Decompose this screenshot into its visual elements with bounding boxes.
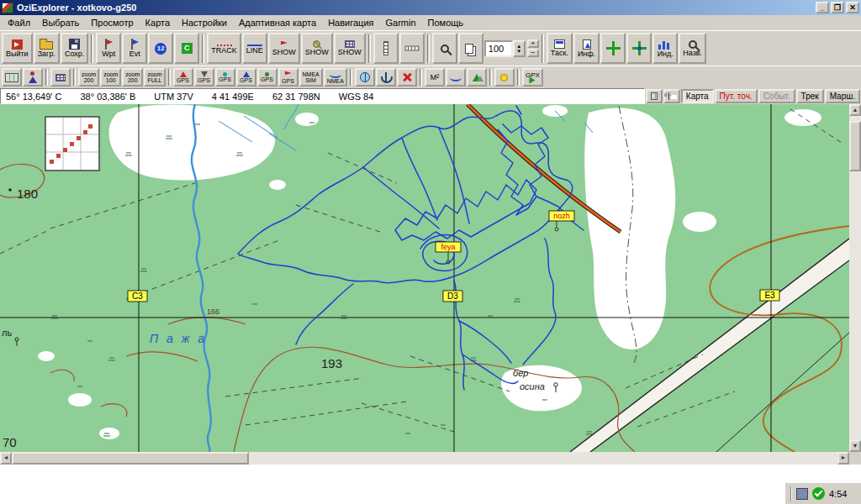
zoom-200-button[interactable]: zoom200 [78, 68, 99, 87]
overview-inset[interactable] [45, 117, 99, 171]
zoom-100-button[interactable]: zoom100 [100, 68, 121, 87]
profile-button[interactable] [446, 68, 466, 87]
position-button[interactable] [23, 68, 43, 87]
track-control-button[interactable]: TRACK [207, 33, 241, 64]
zoom-value[interactable]: 100 [484, 40, 513, 57]
horizontal-scrollbar[interactable]: ◄ ► [0, 452, 849, 465]
pan-cross-button[interactable] [600, 33, 626, 64]
horizontal-scroll-track[interactable] [249, 452, 837, 465]
map-view-button[interactable] [2, 68, 22, 87]
horizontal-scroll-thumb[interactable] [12, 452, 249, 465]
spinner-down-icon[interactable]: ▼ [516, 49, 521, 54]
antivirus-check-icon[interactable] [812, 487, 825, 500]
task-button[interactable]: Таск. [547, 33, 573, 64]
bulb-icon [500, 74, 508, 81]
save-button[interactable]: Сохр. [61, 33, 88, 64]
gps-track-button[interactable]: GPS [215, 68, 235, 87]
load-button[interactable]: Загр. [34, 33, 60, 64]
track-line-button[interactable]: LINE [242, 33, 267, 64]
menu-item-help[interactable]: Помощь [422, 16, 470, 29]
vertical-scroll-track[interactable] [849, 116, 861, 440]
globe-button[interactable] [355, 68, 375, 87]
vertical-scroll-thumb[interactable] [849, 121, 861, 171]
menu-item-adaptive-map[interactable]: Адаптивная карта [233, 16, 322, 29]
gps-route-button[interactable]: GPS [236, 68, 256, 87]
map-list-icon-button[interactable] [646, 89, 663, 103]
exit-button[interactable]: Выйти [2, 33, 33, 64]
c-icon: C [182, 43, 193, 54]
map-tab-button[interactable]: Карта [681, 89, 714, 103]
menu-item-file[interactable]: Файл [2, 16, 36, 29]
pan-arrows-icon [606, 41, 621, 55]
show-waypoints-button[interactable]: SHOW [268, 33, 300, 64]
gps-upload-button[interactable]: GPS [173, 68, 193, 87]
scroll-down-button[interactable]: ▼ [849, 440, 861, 452]
waypoint-button[interactable]: Wpt [96, 33, 121, 64]
zoom-combo[interactable]: 100 ▲ ▼ [484, 40, 526, 57]
elevation-label-180: 180 [17, 186, 38, 201]
vertical-scrollbar[interactable]: ▲ ▼ [849, 104, 861, 452]
waypoints-tab-button[interactable]: Пут. точ. [715, 89, 758, 103]
hint-button[interactable] [494, 68, 515, 87]
map-view[interactable]: C3 D3 E3 feya nozh [0, 104, 849, 452]
waypoint-numbers-button[interactable]: 12 [148, 33, 173, 64]
zoom-out-button[interactable]: − [527, 49, 539, 57]
nmea-sim-button[interactable]: NMEASIM [299, 68, 323, 87]
mountains-icon [473, 74, 481, 81]
menu-item-garmin[interactable]: Garmin [379, 16, 421, 29]
ruler-horizontal-button[interactable] [399, 33, 425, 64]
separator [541, 34, 544, 63]
scroll-right-button[interactable]: ► [837, 452, 849, 465]
zoom-200b-button[interactable]: zoom200 [122, 68, 143, 87]
scroll-up-button[interactable]: ▲ [849, 104, 861, 116]
task-icon [554, 39, 565, 49]
maximize-button[interactable]: ❐ [831, 2, 844, 13]
zoom-full-button[interactable]: zoomFULL [144, 68, 165, 87]
ruler-vertical-button[interactable] [373, 33, 399, 64]
latitude-value: 56° 13,649' С [6, 92, 61, 102]
stop-button[interactable] [397, 68, 417, 87]
tracks-tab-button[interactable]: Трек [796, 89, 824, 103]
gps-moving-map-button[interactable]: GPS [257, 68, 277, 87]
show-names-button[interactable]: SHOW [301, 33, 333, 64]
menu-item-settings[interactable]: Настройки [176, 16, 233, 29]
menu-item-map[interactable]: Карта [140, 16, 176, 29]
indicator-button[interactable]: Инд. [652, 33, 678, 64]
save-view-icon-button[interactable] [663, 89, 680, 103]
menu-item-navigation[interactable]: Навигация [322, 16, 379, 29]
wave-icon [450, 74, 462, 81]
small-flag-icon [285, 71, 292, 78]
event-flag-icon [129, 39, 140, 50]
zoom-spinner[interactable]: ▲ ▼ [513, 40, 526, 57]
anchor-button[interactable] [376, 68, 396, 87]
titlebar: OziExplorer - xotkovo-g250 _ ❐ ✕ [0, 0, 861, 15]
pan-center-button[interactable] [626, 33, 652, 64]
menu-item-view[interactable]: Просмотр [85, 16, 139, 29]
show-grid-button[interactable]: SHOW [334, 33, 366, 64]
globe-icon [360, 72, 370, 82]
magnify-button[interactable] [432, 33, 457, 64]
calculator-button[interactable] [50, 68, 71, 87]
elevation-button[interactable] [467, 68, 487, 87]
events-tab-button[interactable]: Событ. [758, 89, 795, 103]
gps-flag-button[interactable]: GPS [278, 68, 298, 87]
zoom-in-button[interactable]: + [527, 39, 539, 48]
separator [350, 69, 352, 86]
names-button[interactable]: Назв. [679, 33, 706, 64]
minimize-button[interactable]: _ [816, 2, 829, 13]
map-windows-button[interactable] [458, 33, 483, 64]
tray-app-icon[interactable] [796, 488, 808, 500]
info-button[interactable]: Инф. [573, 33, 600, 64]
close-button[interactable]: ✕ [846, 2, 859, 13]
app-icon[interactable] [2, 3, 13, 13]
event-button[interactable]: Evt [122, 33, 147, 64]
gps-download-button[interactable]: GPS [194, 68, 214, 87]
scroll-left-button[interactable]: ◄ [0, 452, 12, 465]
gpx-button[interactable]: GPX [522, 68, 543, 87]
nmea-button[interactable]: NMEA [324, 68, 347, 87]
area-measure-button[interactable]: M² [425, 68, 445, 87]
routes-tab-button[interactable]: Марш. [825, 89, 860, 103]
menu-item-select[interactable]: Выбрать [36, 16, 85, 29]
vegetation-label-1: бер [513, 368, 528, 378]
comment-button[interactable]: C [174, 33, 199, 64]
